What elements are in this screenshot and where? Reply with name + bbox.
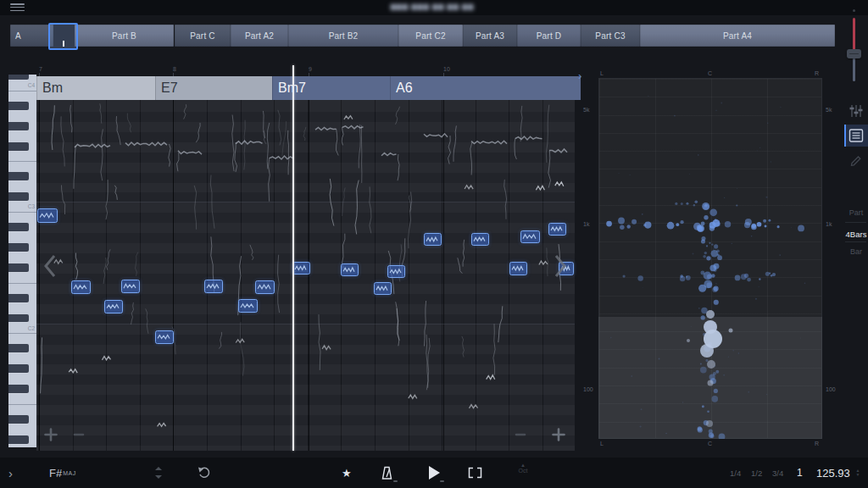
note-block[interactable] [509, 262, 527, 275]
part-segment[interactable]: Part A4 [640, 25, 835, 47]
grid-size-option-4bars[interactable]: 4Bars [841, 230, 868, 239]
division-option-1-4[interactable]: 1/4 [730, 458, 741, 488]
part-segment[interactable]: A [10, 25, 53, 47]
piano-key-black[interactable] [8, 364, 29, 373]
ruler-tick: 8 [173, 66, 176, 72]
analyzer-scatter [598, 78, 822, 439]
part-selection-box[interactable] [48, 23, 78, 50]
grid-size-option-part[interactable]: Part [841, 208, 868, 217]
chord-segment[interactable]: Bm [36, 76, 161, 100]
piano-key-black[interactable] [8, 294, 29, 302]
piano-key-black[interactable] [8, 344, 29, 352]
undo-icon[interactable] [198, 466, 211, 479]
chord-segment[interactable]: Bm7 [272, 76, 396, 100]
part-segment[interactable]: Part C3 [581, 25, 640, 47]
note-block[interactable] [471, 233, 489, 246]
piano-key-black[interactable] [8, 192, 29, 201]
division-option-1[interactable]: 1 [797, 458, 803, 488]
key-mode: MAJ [63, 470, 76, 476]
note-block[interactable] [387, 265, 405, 278]
play-button[interactable] [427, 465, 441, 480]
note-block[interactable] [292, 262, 310, 274]
octave-label: C3 [28, 203, 35, 209]
note-block[interactable] [204, 280, 223, 293]
part-segment[interactable]: Part B2 [288, 25, 398, 47]
mixer-faders-icon[interactable] [844, 100, 868, 122]
piano-key-black[interactable] [8, 435, 29, 444]
piano-key-black[interactable] [8, 385, 29, 393]
grid-size-option-bar[interactable]: Bar [841, 247, 868, 256]
chord-segment[interactable]: E7 [155, 76, 278, 100]
tempo-stepper[interactable]: ▲▼ [854, 469, 861, 476]
ruler-tick: 7 [39, 66, 42, 72]
scroll-left-icon[interactable] [42, 253, 58, 279]
note-block[interactable] [520, 230, 540, 243]
piano-key-black[interactable] [8, 75, 29, 80]
note-block[interactable] [341, 263, 359, 276]
master-fader-track-upper[interactable] [853, 18, 855, 53]
note-block[interactable] [121, 280, 140, 293]
piano-key-black[interactable] [8, 102, 29, 110]
ruler-tick: 9 [309, 66, 312, 72]
zoom-in-right-button[interactable] [552, 428, 565, 441]
part-segment[interactable]: Part B [75, 25, 174, 47]
key-root: F# [49, 467, 62, 480]
master-fader-handle[interactable] [847, 49, 861, 58]
note-block[interactable] [424, 233, 442, 246]
piano-key-black[interactable] [8, 142, 29, 151]
note-block[interactable] [37, 208, 58, 223]
chord-segment[interactable]: A6 [390, 76, 581, 100]
note-list-icon[interactable] [844, 125, 868, 147]
division-option-1-2[interactable]: 1/2 [751, 458, 762, 488]
piano-key-black[interactable] [8, 415, 29, 424]
song-key-control[interactable]: F#MAJ [49, 458, 76, 488]
octave-label: C1 [28, 446, 35, 447]
part-segment[interactable]: Part A3 [463, 25, 517, 47]
menu-icon[interactable] [10, 3, 25, 12]
transport-bar: › F#MAJ ★ ▲Oct 1/41/23/41 125.93 ▲▼ [0, 458, 868, 488]
piano-key-black[interactable] [8, 263, 29, 272]
note-block[interactable] [104, 300, 123, 313]
ruler-tick: 10 [443, 66, 450, 72]
pencil-edit-icon[interactable] [844, 148, 868, 170]
piano-key-black[interactable] [8, 314, 29, 323]
division-option-3-4[interactable]: 3/4 [772, 458, 783, 488]
playhead [292, 65, 294, 451]
note-block[interactable] [374, 282, 392, 295]
note-block[interactable] [238, 299, 258, 313]
part-segment[interactable]: Part A2 [231, 25, 288, 47]
note-block[interactable] [255, 280, 275, 294]
note-block[interactable] [548, 223, 566, 236]
octave-label: C2 [28, 325, 35, 331]
part-segment[interactable]: Part C [175, 25, 231, 47]
piano-key-black[interactable] [8, 122, 29, 130]
piano-key-black[interactable] [8, 223, 29, 231]
key-stepper[interactable] [155, 467, 162, 479]
play-menu-dash[interactable] [440, 480, 444, 482]
part-segment[interactable]: Part C2 [398, 25, 463, 47]
zoom-out-left-button[interactable] [72, 428, 86, 441]
parts-track: APart BPart CPart A2Part B2Part C2Part A… [0, 25, 868, 47]
window-title-redacted: ▆▆▆ ▆▆▆ ▆▆ ▆▆ ▆▆ [373, 3, 492, 10]
note-block[interactable] [71, 280, 91, 294]
zoom-out-right-button[interactable] [514, 428, 527, 441]
octave-indicator[interactable]: ▲Oct [514, 463, 532, 474]
tempo-display[interactable]: 125.93 [816, 458, 850, 488]
metronome-menu-dash[interactable] [393, 480, 398, 482]
chord-track: BmE7Bm7A6 [36, 76, 575, 100]
expand-key-panel-icon[interactable]: › [8, 458, 13, 488]
metronome-icon[interactable] [381, 466, 393, 480]
pitch-editor-grid[interactable] [36, 100, 575, 451]
loop-region-icon[interactable] [468, 467, 482, 479]
piano-key-black[interactable] [8, 172, 29, 180]
scroll-right-icon[interactable] [553, 253, 568, 279]
part-segment[interactable]: Part D [517, 25, 581, 47]
panel-expand-icon[interactable]: › [578, 70, 581, 81]
timeline-ruler[interactable]: 78910 [36, 65, 575, 76]
app-window: ▆▆▆ ▆▆▆ ▆▆ ▆▆ ▆▆ APart BPart CPart A2Par… [0, 0, 868, 488]
piano-key-black[interactable] [8, 243, 29, 252]
zoom-in-left-button[interactable] [44, 428, 58, 441]
note-block[interactable] [155, 330, 174, 344]
favorite-star-icon[interactable]: ★ [342, 458, 352, 488]
octave-label: C4 [28, 82, 35, 88]
